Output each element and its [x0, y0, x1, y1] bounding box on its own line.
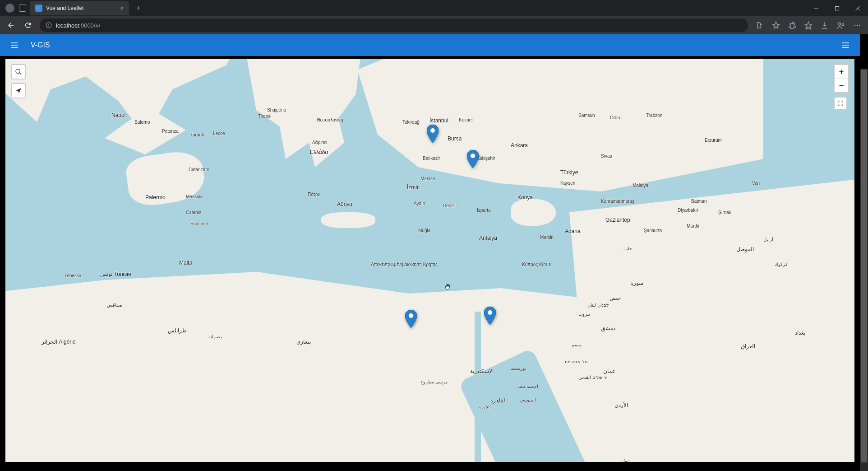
zoom-control: + − — [834, 64, 849, 93]
svg-line-18 — [19, 73, 21, 75]
browser-menu-icon[interactable] — [850, 18, 864, 33]
extensions-icon[interactable] — [785, 18, 799, 33]
window-maximize-button[interactable] — [826, 0, 847, 16]
nav-back-button[interactable] — [4, 18, 18, 33]
map-tiles: NapoliSalernoPotenzaTarantoLecceCatanzar… — [5, 59, 854, 462]
browser-account-icon[interactable] — [834, 18, 848, 33]
browser-tab[interactable]: Vue and Leaflet × — [30, 1, 129, 15]
window-minimize-button[interactable] — [806, 0, 826, 16]
url-host: localhost — [56, 22, 79, 29]
svg-point-11 — [857, 25, 858, 26]
svg-point-10 — [854, 25, 855, 26]
svg-point-8 — [838, 23, 841, 25]
svg-point-9 — [842, 23, 844, 26]
zoom-in-button[interactable]: + — [835, 65, 848, 79]
svg-point-17 — [16, 69, 20, 73]
svg-point-16 — [488, 310, 492, 315]
tab-title: Vue and Leaflet — [46, 5, 84, 11]
leaflet-map[interactable]: NapoliSalernoPotenzaTarantoLecceCatanzar… — [5, 59, 854, 462]
url-path: :9000/#/ — [79, 22, 100, 29]
app-header: V-GIS — [0, 34, 860, 56]
favorites-bar-icon[interactable] — [801, 18, 816, 33]
site-info-icon[interactable] — [45, 22, 52, 29]
map-marker[interactable] — [467, 150, 479, 168]
vue-favicon-icon — [35, 5, 42, 12]
tab-close-button[interactable]: × — [120, 5, 124, 12]
svg-point-13 — [430, 128, 435, 133]
favorite-star-icon[interactable] — [769, 18, 783, 33]
svg-point-14 — [471, 154, 475, 158]
tab-overview-icon[interactable] — [19, 5, 26, 12]
map-search-button[interactable] — [11, 64, 26, 79]
address-bar[interactable]: localhost:9000/#/ — [40, 19, 748, 32]
fullscreen-button[interactable] — [834, 97, 847, 110]
header-right-menu-button[interactable] — [838, 38, 853, 52]
window-close-button[interactable] — [847, 0, 868, 16]
browser-profile-avatar[interactable] — [5, 4, 14, 13]
nav-refresh-button[interactable] — [21, 18, 35, 33]
map-marker[interactable] — [427, 125, 439, 143]
app-viewport: V-GIS NapoliSalernoPotenzaTarantoLecceCa… — [0, 34, 868, 471]
downloads-icon[interactable] — [817, 18, 832, 33]
read-aloud-icon[interactable] — [753, 18, 767, 33]
svg-point-12 — [859, 25, 860, 26]
window-titlebar: Vue and Leaflet × + — [0, 0, 868, 16]
svg-point-6 — [48, 26, 49, 27]
new-tab-button[interactable]: + — [133, 2, 144, 14]
svg-rect-1 — [835, 6, 839, 10]
browser-toolbar: localhost:9000/#/ — [0, 16, 868, 34]
map-marker[interactable] — [405, 310, 417, 328]
vertical-scrollbar[interactable] — [860, 69, 868, 471]
hamburger-menu-button[interactable] — [7, 38, 22, 52]
map-marker[interactable] — [484, 307, 496, 325]
zoom-out-button[interactable]: − — [835, 79, 848, 92]
scrollbar-thumb[interactable] — [861, 70, 867, 462]
svg-point-15 — [409, 313, 413, 318]
map-locate-button[interactable] — [11, 83, 26, 98]
app-title: V-GIS — [31, 41, 50, 49]
